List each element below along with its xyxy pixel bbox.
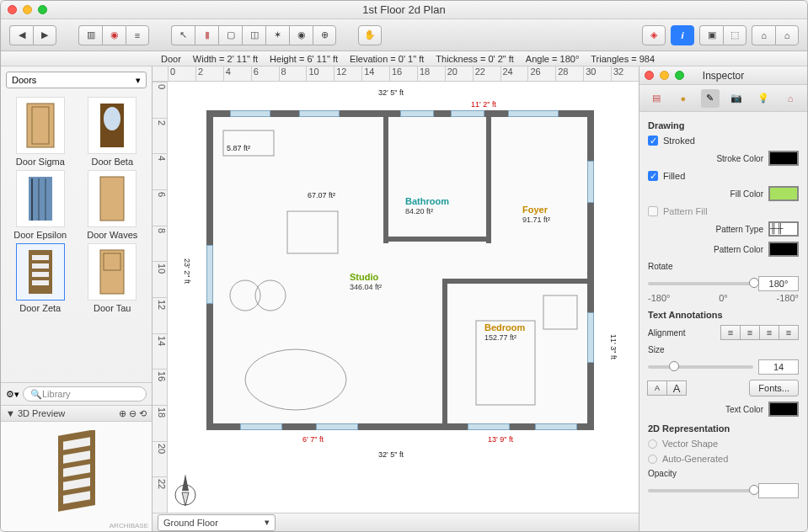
svg-point-23: [230, 280, 260, 311]
titlebar: 1st Floor 2d Plan: [1, 1, 807, 19]
section-drawing: Drawing: [648, 120, 799, 130]
library-item[interactable]: Door Epsilon: [8, 170, 73, 240]
pan-tool-button[interactable]: ✋: [358, 25, 382, 45]
pattern-color-swatch[interactable]: [768, 242, 799, 257]
svg-marker-30: [182, 474, 189, 491]
svg-rect-28: [543, 295, 577, 329]
svg-point-25: [245, 349, 346, 410]
room-foyer-label: Foyer91.71 ft²: [522, 203, 550, 224]
inspector-tabs: ▤ ● ✎ 📷 💡 ⌂: [639, 85, 807, 112]
measure-tool-button[interactable]: ✶: [265, 25, 289, 45]
view-elevation-button[interactable]: ⌂: [752, 25, 775, 45]
floorplan-canvas[interactable]: 32' 5" ft 11' 2" ft: [168, 82, 639, 513]
nav-back-button[interactable]: ◀: [9, 25, 33, 45]
camera-tool-button[interactable]: ◉: [289, 25, 313, 45]
vector-shape-radio[interactable]: [648, 439, 657, 449]
view-2d-button[interactable]: ▣: [699, 25, 723, 45]
text-large-button[interactable]: A: [666, 380, 687, 396]
opacity-slider[interactable]: [648, 489, 753, 492]
view-list-button[interactable]: ≡: [126, 25, 149, 45]
room-tool-button[interactable]: ▢: [218, 25, 242, 45]
preview-zoom-in-icon[interactable]: ⊕: [119, 408, 126, 418]
fill-color-swatch[interactable]: [768, 186, 799, 201]
svg-rect-8: [100, 177, 124, 221]
size-value[interactable]: 14: [758, 359, 799, 375]
dim-right: 11' 3" ft: [609, 334, 618, 359]
size-slider[interactable]: [648, 365, 753, 369]
floor-tool-button[interactable]: ◫: [242, 25, 265, 45]
library-item[interactable]: Door Waves: [80, 170, 146, 240]
preview-3d-viewport[interactable]: ARCHIBASE: [1, 422, 152, 531]
rotate-value[interactable]: 180°: [758, 276, 799, 291]
align-justify-button[interactable]: ≡: [779, 325, 799, 340]
svg-rect-1: [32, 107, 49, 144]
svg-marker-31: [182, 492, 189, 506]
view-walkthrough-button[interactable]: ⌂: [775, 25, 799, 45]
library-item[interactable]: Door Tau: [80, 243, 146, 313]
inspector-tab-cameras[interactable]: 📷: [727, 89, 746, 108]
dim-top-red: 11' 2" ft: [471, 100, 496, 109]
view-furniture-button[interactable]: ◉: [102, 25, 126, 45]
compass-icon: [173, 472, 198, 508]
preview-disclosure[interactable]: ▼ 3D Preview: [6, 408, 65, 418]
preview-reset-icon[interactable]: ⟲: [139, 408, 147, 418]
text-color-swatch[interactable]: [768, 402, 799, 417]
rotate-slider[interactable]: [648, 282, 753, 285]
inspector-tab-2d[interactable]: ✎: [701, 89, 720, 108]
dim-left: 23' 2" ft: [183, 258, 191, 284]
auto-generated-radio[interactable]: [648, 455, 657, 464]
stroked-checkbox[interactable]: ✓: [648, 136, 658, 146]
stroke-color-swatch[interactable]: [768, 151, 799, 166]
text-small-button[interactable]: A: [647, 380, 667, 396]
svg-rect-15: [104, 253, 120, 270]
inspector-tab-building[interactable]: ⌂: [781, 89, 800, 108]
svg-rect-27: [476, 321, 535, 405]
fonts-button[interactable]: Fonts...: [749, 380, 799, 396]
status-object: Door: [161, 54, 181, 64]
align-center-button[interactable]: ≡: [740, 325, 760, 340]
library-category-select[interactable]: Doors▾: [6, 72, 147, 88]
pattern-fill-checkbox[interactable]: [648, 206, 658, 216]
svg-point-24: [255, 280, 286, 311]
furniture-icon: [220, 127, 388, 430]
svg-rect-10: [32, 255, 49, 260]
svg-rect-11: [32, 263, 49, 269]
status-bar: Door Width = 2' 11" ft Height = 6' 11" f…: [1, 51, 807, 66]
library-settings-icon[interactable]: ⚙▾: [6, 389, 19, 400]
pointer-tool-button[interactable]: ↖: [171, 25, 195, 45]
floorplan[interactable]: 5.87 ft² 67.07 ft² Bathroom84.20 ft² Foy…: [206, 110, 594, 430]
inspector-tab-materials[interactable]: ●: [674, 89, 693, 108]
section-text: Text Annotations: [648, 310, 799, 320]
nav-forward-button[interactable]: ▶: [33, 25, 56, 45]
opacity-value[interactable]: [758, 483, 799, 498]
main-toolbar: ◀ ▶ ▥ ◉ ≡ ↖ ▮ ▢ ◫ ✶ ◉ ⊕ ✋ ◈ i ▣ ⬚ ⌂ ⌂: [1, 19, 807, 51]
ruler-horizontal: 02468101214161820222426283032: [153, 66, 639, 82]
library-item[interactable]: Door Beta: [80, 97, 146, 167]
inspector-tab-lights[interactable]: 💡: [754, 89, 773, 108]
render-button[interactable]: ◈: [642, 25, 666, 45]
zoom-tool-button[interactable]: ⊕: [313, 25, 336, 45]
view-library-button[interactable]: ▥: [78, 25, 102, 45]
pattern-type-select[interactable]: ╫╫: [768, 221, 799, 237]
inspector-tab-object[interactable]: ▤: [647, 89, 666, 108]
library-search-input[interactable]: 🔍 Library: [23, 386, 147, 402]
section-2drep: 2D Representation: [648, 423, 799, 434]
room-bathroom-label: Bathroom84.20 ft²: [405, 194, 449, 215]
filled-checkbox[interactable]: ✓: [648, 171, 658, 181]
preview-zoom-out-icon[interactable]: ⊖: [129, 408, 136, 418]
svg-point-3: [104, 107, 120, 130]
wall-tool-button[interactable]: ▮: [195, 25, 218, 45]
view-3d-button[interactable]: ⬚: [723, 25, 746, 45]
inspector-panel: Inspector ▤ ● ✎ 📷 💡 ⌂ Drawing ✓Stroked S…: [639, 66, 807, 531]
align-left-button[interactable]: ≡: [720, 325, 741, 340]
library-grid: Door Sigma Door Beta Door Epsilon Door W…: [1, 93, 152, 382]
furniture-icon: [451, 287, 586, 422]
library-item-selected[interactable]: Door Zeta: [8, 243, 73, 313]
align-right-button[interactable]: ≡: [759, 325, 779, 340]
svg-rect-13: [32, 280, 49, 285]
library-sidebar: Doors▾ Door Sigma Door Beta Door Epsilon…: [1, 66, 153, 531]
floor-select[interactable]: Ground Floor▾: [158, 514, 276, 531]
info-button[interactable]: i: [671, 25, 694, 45]
library-item[interactable]: Door Sigma: [8, 97, 73, 167]
svg-rect-26: [287, 211, 338, 253]
